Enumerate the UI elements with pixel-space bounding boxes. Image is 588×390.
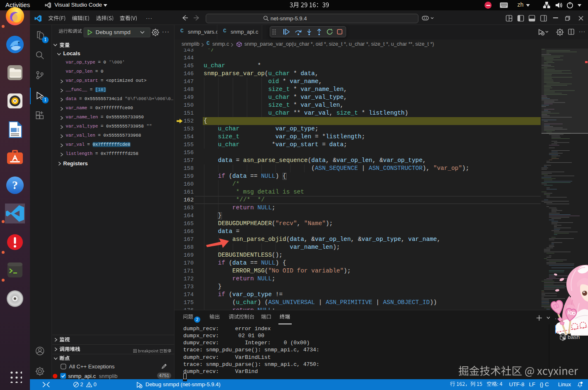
svg-text:?: ? xyxy=(12,179,18,191)
